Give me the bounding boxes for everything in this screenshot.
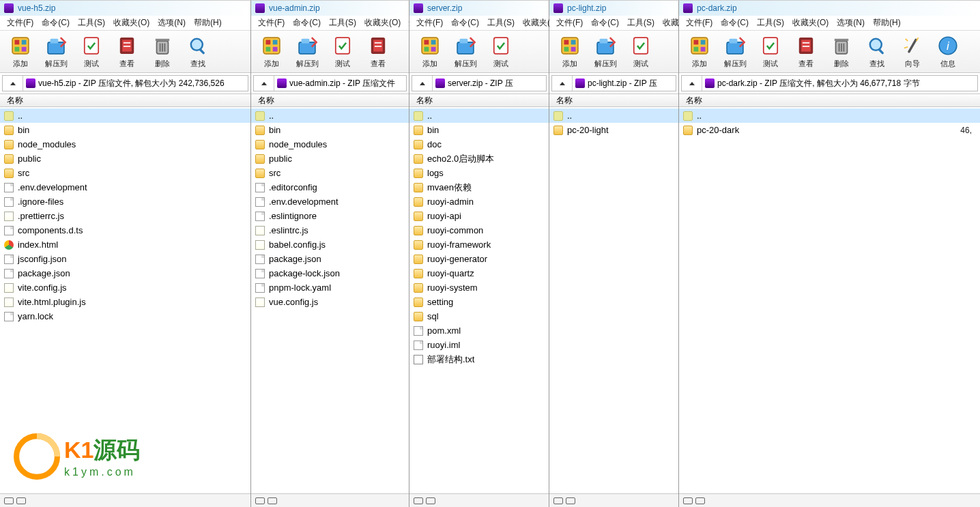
- list-item[interactable]: sql: [409, 309, 549, 323]
- menu-item[interactable]: 命令(C): [587, 16, 623, 30]
- list-item[interactable]: yarn.lock: [0, 309, 250, 323]
- list-item[interactable]: pnpm-lock.yaml: [251, 280, 409, 295]
- menu-item[interactable]: 工具(S): [325, 16, 360, 30]
- list-item[interactable]: setting: [409, 295, 549, 309]
- titlebar[interactable]: pc-dark.zip: [679, 1, 980, 16]
- list-item[interactable]: doc: [409, 137, 549, 151]
- list-item[interactable]: ..: [679, 108, 980, 123]
- menu-item[interactable]: 文件(F): [552, 16, 587, 30]
- col-name[interactable]: 名称: [255, 93, 277, 108]
- toolbar-extract-button[interactable]: 解压到: [289, 34, 325, 69]
- list-item[interactable]: ruoyi-generator: [409, 252, 549, 266]
- list-header[interactable]: 名称: [251, 93, 409, 107]
- list-item[interactable]: babel.config.js: [251, 237, 409, 252]
- toolbar-test-button[interactable]: 测试: [753, 34, 788, 69]
- list-item[interactable]: bin: [251, 123, 409, 137]
- list-item[interactable]: pom.xml: [409, 323, 549, 338]
- toolbar-extract-button[interactable]: 解压到: [448, 34, 483, 69]
- list-item[interactable]: index.html: [0, 237, 250, 252]
- list-item[interactable]: src: [0, 166, 250, 180]
- path-up-button[interactable]: [552, 76, 573, 91]
- list-item[interactable]: .editorconfig: [251, 180, 409, 194]
- toolbar-add-button[interactable]: 添加: [254, 34, 289, 69]
- path-up-button[interactable]: [412, 76, 433, 91]
- menu-item[interactable]: 文件(F): [3, 16, 38, 30]
- toolbar-info-button[interactable]: i信息: [930, 34, 966, 69]
- list-item[interactable]: logs: [409, 166, 549, 180]
- menu-item[interactable]: 命令(C): [717, 16, 753, 30]
- menu-item[interactable]: 收藏夹(O): [360, 16, 405, 30]
- list-item[interactable]: .prettierrc.js: [0, 209, 250, 223]
- toolbar-add-button[interactable]: 添加: [552, 34, 588, 69]
- toolbar-delete-button[interactable]: 删除: [145, 34, 180, 69]
- toolbar-wizard-button[interactable]: 向导: [895, 34, 930, 69]
- col-name[interactable]: 名称: [4, 93, 26, 108]
- list-item[interactable]: ruoyi-admin: [409, 194, 549, 209]
- toolbar-test-button[interactable]: 测试: [74, 34, 109, 69]
- list-item[interactable]: bin: [409, 123, 549, 137]
- menu-item[interactable]: 工具(S): [483, 16, 519, 30]
- list-item[interactable]: ruoyi-framework: [409, 237, 549, 252]
- toolbar-find-button[interactable]: 查找: [859, 34, 895, 69]
- list-item[interactable]: node_modules: [0, 137, 250, 151]
- path-up-button[interactable]: [682, 76, 702, 91]
- list-item[interactable]: package.json: [0, 266, 250, 280]
- col-name[interactable]: 名称: [683, 93, 705, 108]
- list-item[interactable]: .env.development: [0, 180, 250, 194]
- list-item[interactable]: pc-20-light: [549, 123, 678, 137]
- menu-item[interactable]: 帮助(H): [869, 16, 905, 30]
- list-item[interactable]: .ignore-files: [0, 194, 250, 209]
- menu-item[interactable]: 帮助(H): [190, 16, 226, 30]
- titlebar[interactable]: server.zip: [409, 1, 549, 16]
- toolbar-delete-button[interactable]: 删除: [824, 34, 859, 69]
- list-item[interactable]: src: [251, 166, 409, 180]
- path-field[interactable]: pc-dark.zip - ZIP 压缩文件, 解包大小为 46,677,718…: [702, 78, 977, 89]
- list-item[interactable]: components.d.ts: [0, 223, 250, 237]
- list-item[interactable]: ruoyi.iml: [409, 338, 549, 352]
- toolbar-extract-button[interactable]: 解压到: [38, 34, 74, 69]
- toolbar-view-button[interactable]: 查看: [360, 34, 396, 69]
- path-field[interactable]: vue-admin.zip - ZIP 压缩文件: [274, 78, 406, 89]
- path-up-button[interactable]: [3, 76, 23, 91]
- menu-item[interactable]: 工具(S): [753, 16, 788, 30]
- toolbar-test-button[interactable]: 测试: [483, 34, 519, 69]
- toolbar-extract-button[interactable]: 解压到: [588, 34, 623, 69]
- list-item[interactable]: .env.development: [251, 194, 409, 209]
- path-field[interactable]: vue-h5.zip - ZIP 压缩文件, 解包大小为 242,736,526: [23, 78, 248, 89]
- list-item[interactable]: package-lock.json: [251, 266, 409, 280]
- col-name[interactable]: 名称: [414, 93, 435, 108]
- menu-item[interactable]: 命令(C): [447, 16, 483, 30]
- path-field[interactable]: pc-light.zip - ZIP 压: [573, 78, 676, 89]
- menu-item[interactable]: 选项(N): [154, 16, 190, 30]
- menu-item[interactable]: 工具(S): [74, 16, 109, 30]
- list-item[interactable]: public: [251, 151, 409, 166]
- list-header[interactable]: 名称: [409, 93, 549, 107]
- menu-item[interactable]: 收藏夹(O): [788, 16, 833, 30]
- toolbar-test-button[interactable]: 测试: [325, 34, 360, 69]
- list-item[interactable]: vite.html.plugin.js: [0, 295, 250, 309]
- list-item[interactable]: vite.config.js: [0, 280, 250, 295]
- list-item[interactable]: bin: [0, 123, 250, 137]
- list-item[interactable]: mvaen依赖: [409, 180, 549, 194]
- list-item[interactable]: public: [0, 151, 250, 166]
- list-item[interactable]: package.json: [251, 252, 409, 266]
- toolbar-extract-button[interactable]: 解压到: [717, 34, 753, 69]
- menu-item[interactable]: 命令(C): [38, 16, 74, 30]
- list-item[interactable]: .eslintrc.js: [251, 223, 409, 237]
- list-item[interactable]: 部署结构.txt: [409, 352, 549, 366]
- titlebar[interactable]: vue-admin.zip: [251, 1, 409, 16]
- toolbar-add-button[interactable]: 添加: [682, 34, 717, 69]
- titlebar[interactable]: vue-h5.zip: [0, 1, 250, 16]
- list-header[interactable]: 名称: [0, 93, 250, 107]
- path-up-button[interactable]: [254, 76, 274, 91]
- menu-item[interactable]: 命令(C): [289, 16, 325, 30]
- menu-item[interactable]: 文件(F): [412, 16, 447, 30]
- menu-item[interactable]: 文件(F): [682, 16, 717, 30]
- toolbar-find-button[interactable]: 查找: [180, 34, 216, 69]
- toolbar-add-button[interactable]: 添加: [3, 34, 38, 69]
- list-item[interactable]: vue.config.js: [251, 295, 409, 309]
- list-item[interactable]: jsconfig.json: [0, 252, 250, 266]
- list-item[interactable]: ..: [251, 108, 409, 123]
- list-item[interactable]: .eslintignore: [251, 209, 409, 223]
- col-name[interactable]: 名称: [553, 93, 575, 108]
